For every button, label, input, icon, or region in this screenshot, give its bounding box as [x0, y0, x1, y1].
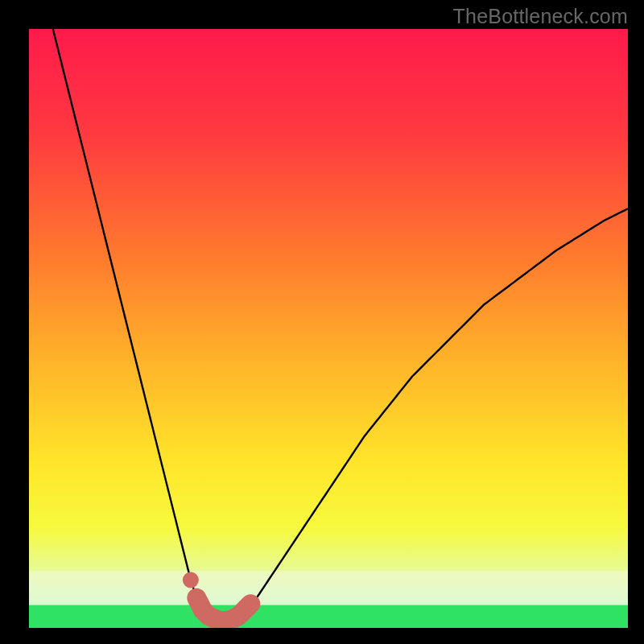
bottleneck-chart [0, 0, 644, 644]
chart-frame: TheBottleneck.com [0, 0, 644, 644]
haze-band [29, 571, 628, 605]
highlight-dot [183, 572, 199, 588]
green-band [29, 605, 628, 628]
plot-area [29, 29, 628, 628]
watermark-label: TheBottleneck.com [453, 5, 628, 28]
